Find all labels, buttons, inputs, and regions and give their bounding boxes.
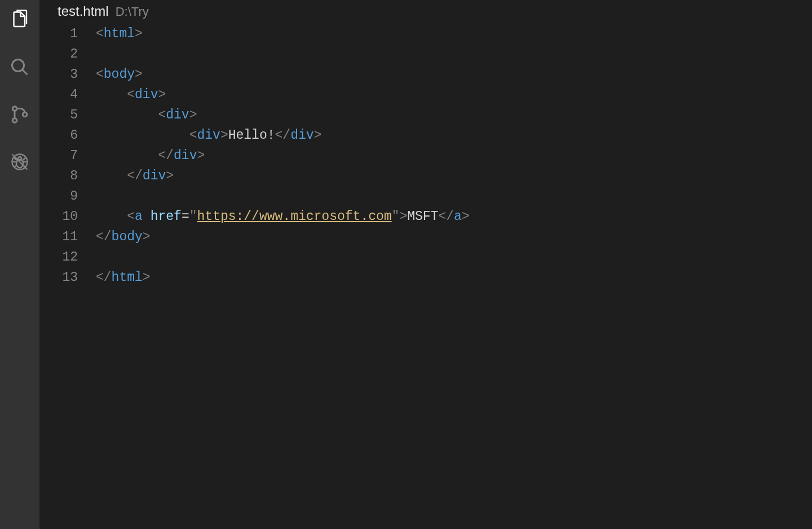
line-number: 11 (39, 227, 78, 247)
code-line[interactable]: <div> (96, 105, 812, 125)
code-line[interactable] (96, 44, 812, 64)
explorer-icon[interactable] (8, 8, 32, 32)
code-line[interactable] (96, 247, 812, 267)
code-line[interactable]: <html> (96, 24, 812, 44)
svg-point-4 (23, 112, 27, 117)
line-number: 3 (39, 64, 78, 85)
line-number-gutter: 12345678910111213 (39, 23, 96, 529)
svg-line-1 (23, 70, 28, 75)
code-line[interactable]: </div> (96, 166, 812, 186)
line-number: 9 (39, 186, 78, 206)
line-number: 5 (39, 105, 78, 125)
editor-header: test.html D:\Try (39, 0, 812, 23)
open-file-path: D:\Try (116, 5, 149, 19)
activity-bar (0, 0, 39, 529)
code-line[interactable] (96, 186, 812, 206)
line-number: 6 (39, 125, 78, 146)
line-number: 4 (39, 85, 78, 105)
svg-point-7 (18, 157, 21, 160)
svg-line-12 (14, 165, 17, 167)
search-icon[interactable] (8, 55, 32, 79)
code-line[interactable]: <a href="https://www.microsoft.com">MSFT… (96, 206, 812, 227)
code-line[interactable]: <body> (96, 64, 812, 85)
line-number: 10 (39, 206, 78, 227)
code-line[interactable]: </body> (96, 227, 812, 247)
line-number: 8 (39, 166, 78, 186)
line-number: 7 (39, 146, 78, 166)
svg-line-11 (23, 158, 25, 161)
open-file-name: test.html (58, 3, 109, 19)
line-number: 13 (39, 267, 78, 288)
svg-point-3 (12, 118, 17, 123)
code-line[interactable]: </html> (96, 267, 812, 288)
svg-point-0 (12, 60, 24, 72)
line-number: 2 (39, 44, 78, 64)
code-line[interactable]: <div> (96, 85, 812, 105)
code-line[interactable]: <div>Hello!</div> (96, 125, 812, 146)
line-number: 12 (39, 247, 78, 267)
line-number: 1 (39, 24, 78, 44)
code-editor[interactable]: 12345678910111213 <html> <body> <div> <d… (39, 23, 812, 529)
code-content[interactable]: <html> <body> <div> <div> <div>Hello!</d… (96, 23, 812, 529)
svg-point-2 (12, 107, 17, 111)
editor-area: test.html D:\Try 12345678910111213 <html… (39, 0, 812, 529)
debug-icon[interactable] (8, 150, 32, 174)
code-line[interactable]: </div> (96, 146, 812, 166)
source-control-icon[interactable] (8, 103, 32, 126)
